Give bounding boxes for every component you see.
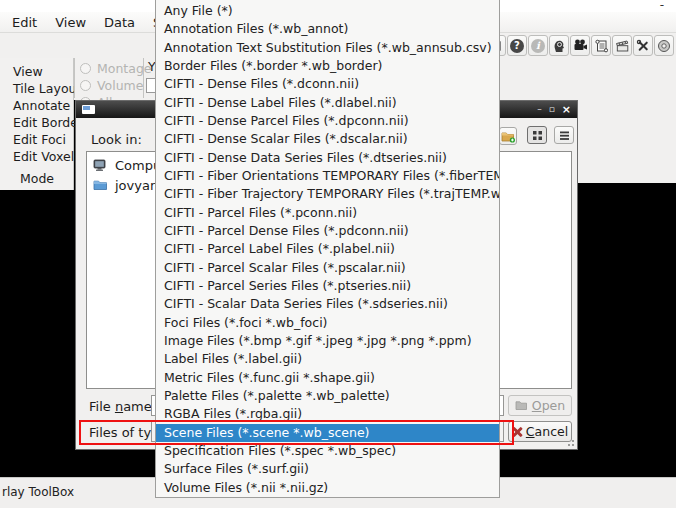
toolbar-separator [74,58,75,98]
filetype-option[interactable]: Metric Files (*.func.gii *.shape.gii) [156,369,499,387]
menu-data[interactable]: Data [104,15,135,30]
dialog-window-icon [82,105,95,114]
movie-button[interactable] [570,35,590,56]
open-folder-icon [515,400,528,411]
filetype-option[interactable]: CIFTI - Fiber Orientations TEMPORARY Fil… [156,167,499,185]
filetype-option[interactable]: CIFTI - Fiber Trajectory TEMPORARY Files… [156,185,499,203]
filetype-option[interactable]: CIFTI - Dense Label Files (*.dlabel.nii) [156,94,499,112]
filetype-option[interactable]: Annotation Text Substitution Files (*.wb… [156,39,499,57]
file-name-label: File name: [89,399,156,414]
files-of-type-dropdown: Any File (*) Annotation Files (*.wb_anno… [155,0,500,498]
scene-scroll-icon [595,39,608,53]
filetype-option[interactable]: CIFTI - Scalar Data Series Files (*.sdse… [156,295,499,313]
movie-camera-icon [573,39,588,52]
identify-head-icon [552,39,566,53]
dialog-minimize-button[interactable]: – [537,105,542,114]
filetype-option[interactable]: RGBA Files (*.rgba.gii) [156,405,499,423]
filetype-option[interactable]: Annotation Files (*.wb_annot) [156,20,499,38]
filetype-option[interactable]: Label Files (*.label.gii) [156,350,499,368]
menu-edit[interactable]: Edit [12,15,37,30]
list-view-button[interactable] [554,126,574,144]
radio-volume[interactable]: Volume [80,78,144,93]
folder-icon [93,179,108,191]
help-icon: ? [510,39,524,53]
info-button[interactable]: i [528,35,548,56]
radio-circle-icon [80,80,91,91]
filetype-option[interactable]: CIFTI - Dense Data Series Files (*.dtser… [156,149,499,167]
overlay-toolbox-tab[interactable]: rlay ToolBox [2,485,74,499]
help-button[interactable]: ? [507,35,527,56]
radio-circle-icon [80,63,91,74]
dialog-close-button[interactable]: × [562,105,571,114]
filetype-option[interactable]: CIFTI - Dense Scalar Files (*.dscalar.ni… [156,130,499,148]
open-button[interactable]: Open [508,395,572,416]
application-window: - Edit View Data Surface ? i [0,0,676,508]
filetype-option[interactable]: CIFTI - Parcel Files (*.pconn.nii) [156,204,499,222]
filetype-option[interactable]: Border Files (*.border *.wb_border) [156,57,499,75]
window-background-right [578,58,676,183]
filetype-option[interactable]: Palette Files (*.palette *.wb_palette) [156,387,499,405]
menu-view[interactable]: View [55,15,86,30]
filetype-option-selected[interactable]: Scene Files (*.scene *.wb_scene) [156,424,499,442]
toolbox-mode-panel: View Tile Layout Annotate Edit Borders E… [0,58,74,190]
filetype-option[interactable]: Volume Files (*.nii *.nii.gz) [156,479,499,497]
new-folder-button[interactable] [499,127,517,145]
clapperboard-icon [615,39,629,52]
filetype-option[interactable]: Specification Files (*.spec *.wb_spec) [156,442,499,460]
cancel-x-icon [512,427,522,437]
grid-view-icon [532,130,543,141]
preferences-button[interactable] [633,35,653,56]
window-minimize-glyph[interactable]: - [660,0,664,12]
filetype-option[interactable]: Foci Files (*.foci *.wb_foci) [156,314,499,332]
tools-icon [636,39,650,53]
filetype-option[interactable]: CIFTI - Parcel Scalar Files (*.pscalar.n… [156,259,499,277]
filetype-option[interactable]: CIFTI - Parcel Dense Files (*.pdconn.nii… [156,222,499,240]
filetype-option[interactable]: CIFTI - Dense Parcel Files (*.dpconn.nii… [156,112,499,130]
grid-view-button[interactable] [527,126,547,144]
surface-sphere-icon [657,39,671,53]
clapboard-button[interactable] [612,35,632,56]
look-in-label: Look in: [91,132,142,147]
info-icon: i [531,39,545,53]
filetype-option[interactable]: CIFTI - Parcel Series Files (*.ptseries.… [156,277,499,295]
filetype-option[interactable]: CIFTI - Dense Files (*.dconn.nii) [156,75,499,93]
new-folder-icon [501,130,516,143]
toolbar-buttons: ? i [486,35,674,56]
filetype-option[interactable]: Surface Files (*.surf.gii) [156,460,499,478]
dialog-resize-grip[interactable] [564,436,574,446]
cancel-button[interactable]: Cancel [508,421,572,442]
filetype-option[interactable]: Any File (*) [156,2,499,20]
dialog-maximize-button[interactable]: ▫ [549,105,555,114]
filetype-option[interactable]: CIFTI - Parcel Label Files (*.plabel.nii… [156,240,499,258]
identify-button[interactable] [549,35,569,56]
radio-montage[interactable]: Montage [80,61,152,76]
filetype-option[interactable]: Image Files (*.bmp *.gif *.jpeg *.jpg *.… [156,332,499,350]
toolbar-separator [143,58,144,98]
mode-caption: Mode [0,171,74,186]
computer-icon [93,159,108,172]
surface-button[interactable] [654,35,674,56]
scene-button[interactable] [591,35,611,56]
list-view-icon [559,130,570,141]
